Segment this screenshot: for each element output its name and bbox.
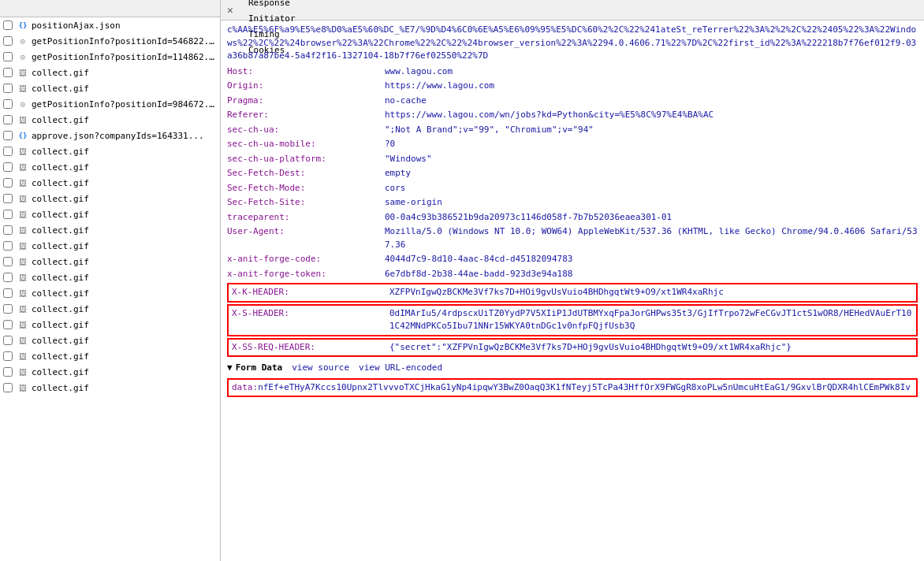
header-value: empty bbox=[385, 167, 918, 180]
list-item-checkbox[interactable] bbox=[3, 20, 13, 30]
list-item-label: collect.gif bbox=[32, 84, 89, 94]
file-type-icon: ⊙ bbox=[17, 98, 28, 110]
header-row: Referer:https://www.lagou.com/wn/jobs?kd… bbox=[227, 108, 918, 123]
list-item-label: getPositionInfo?positionId=984672... bbox=[32, 99, 217, 110]
list-item[interactable]: 🖼collect.gif bbox=[0, 206, 220, 222]
list-item[interactable]: 🖼collect.gif bbox=[0, 269, 220, 285]
list-item[interactable]: 🖼collect.gif bbox=[0, 191, 220, 206]
list-item[interactable]: 🖼collect.gif bbox=[0, 222, 220, 238]
list-item[interactable]: 🖼collect.gif bbox=[0, 175, 220, 191]
header-row: sec-ch-ua-platform:"Windows" bbox=[227, 152, 918, 167]
list-item-checkbox[interactable] bbox=[3, 36, 13, 46]
list-item[interactable]: 🖼collect.gif bbox=[0, 348, 220, 364]
file-type-icon: 🖼 bbox=[17, 366, 28, 377]
list-item[interactable]: 🖼collect.gif bbox=[0, 65, 220, 80]
view-source-link[interactable]: view source bbox=[292, 362, 349, 375]
list-item[interactable]: 🖼collect.gif bbox=[0, 333, 220, 348]
list-item-checkbox[interactable] bbox=[3, 241, 13, 251]
view-url-encoded-link[interactable]: view URL-encoded bbox=[359, 362, 442, 375]
header-value: 6e7dbf8d-2b38-44ae-badd-923d3e94a188 bbox=[385, 268, 918, 281]
list-item-label: collect.gif bbox=[32, 288, 89, 299]
network-request-list[interactable]: {}positionAjax.json⊙getPositionInfo?posi… bbox=[0, 17, 220, 561]
file-type-icon: 🖼 bbox=[17, 162, 28, 173]
file-type-icon: 🖼 bbox=[17, 288, 28, 299]
list-item-checkbox[interactable] bbox=[3, 162, 13, 172]
list-item[interactable]: 🖼collect.gif bbox=[0, 364, 220, 380]
list-item-checkbox[interactable] bbox=[3, 52, 13, 61]
list-item[interactable]: 🖼collect.gif bbox=[0, 238, 220, 254]
list-item-checkbox[interactable] bbox=[3, 115, 13, 124]
list-item-checkbox[interactable] bbox=[3, 336, 13, 345]
header-name: Sec-Fetch-Mode: bbox=[227, 182, 385, 195]
list-item[interactable]: 🖼collect.gif bbox=[0, 301, 220, 317]
list-item-checkbox[interactable] bbox=[3, 320, 13, 329]
header-row: User-Agent:Mozilla/5.0 (Windows NT 10.0;… bbox=[227, 225, 918, 252]
header-row: sec-ch-ua-mobile:?0 bbox=[227, 137, 918, 152]
list-item-checkbox[interactable] bbox=[3, 257, 13, 266]
list-item-checkbox[interactable] bbox=[3, 288, 13, 298]
highlighted-header-row: X-SS-REQ-HEADER:{"secret":"XZFPVnIgwQzBC… bbox=[227, 338, 918, 358]
tab-response[interactable]: Response bbox=[240, 0, 304, 10]
header-value: ?0 bbox=[385, 138, 918, 151]
header-row: Sec-Fetch-Dest:empty bbox=[227, 166, 918, 181]
list-item-checkbox[interactable] bbox=[3, 194, 13, 203]
file-type-icon: 🖼 bbox=[17, 272, 28, 283]
left-header bbox=[0, 0, 220, 17]
list-item[interactable]: {}approve.json?companyIds=164331... bbox=[0, 128, 220, 143]
list-item[interactable]: ⊙getPositionInfo?positionId=114862... bbox=[0, 49, 220, 65]
list-item-label: collect.gif bbox=[32, 225, 89, 236]
list-item-checkbox[interactable] bbox=[3, 273, 13, 282]
list-item-label: getPositionInfo?positionId=114862... bbox=[32, 52, 217, 62]
header-row: Sec-Fetch-Site:same-origin bbox=[227, 195, 918, 210]
header-name: Pragma: bbox=[227, 95, 385, 108]
file-type-icon: ⊙ bbox=[17, 51, 28, 62]
header-name: sec-ch-ua: bbox=[227, 124, 385, 137]
header-name: x-anit-forge-code: bbox=[227, 253, 385, 266]
file-type-icon: 🖼 bbox=[17, 382, 28, 393]
list-item[interactable]: 🖼collect.gif bbox=[0, 112, 220, 128]
headers-content[interactable]: c%AA%E5%6F%a9%E5%e8%D0%aE5%60%DC_%E7/%9D… bbox=[221, 20, 924, 561]
close-button[interactable]: ✕ bbox=[224, 4, 237, 17]
form-data-toggle[interactable]: ▼ bbox=[227, 362, 233, 375]
list-item-checkbox[interactable] bbox=[3, 131, 13, 140]
header-row: sec-ch-ua:";Not A Brand";v="99", "Chromi… bbox=[227, 123, 918, 138]
header-value: no-cache bbox=[385, 95, 918, 108]
header-name: Host: bbox=[227, 65, 385, 79]
list-item-checkbox[interactable] bbox=[3, 383, 13, 392]
list-item[interactable]: 🖼collect.gif bbox=[0, 159, 220, 175]
list-item-checkbox[interactable] bbox=[3, 178, 13, 188]
list-item-label: collect.gif bbox=[32, 367, 89, 377]
header-name: sec-ch-ua-mobile: bbox=[227, 138, 385, 151]
list-item[interactable]: ⊙getPositionInfo?positionId=546822... bbox=[0, 33, 220, 49]
list-item[interactable]: 🖼collect.gif bbox=[0, 317, 220, 333]
list-item-checkbox[interactable] bbox=[3, 84, 13, 93]
header-name: Sec-Fetch-Site: bbox=[227, 196, 385, 210]
list-item-checkbox[interactable] bbox=[3, 147, 13, 156]
list-item-checkbox[interactable] bbox=[3, 210, 13, 219]
header-value: "Windows" bbox=[385, 153, 918, 166]
list-item[interactable]: 🖼collect.gif bbox=[0, 254, 220, 269]
file-type-icon: 🖼 bbox=[17, 256, 28, 267]
list-item-checkbox[interactable] bbox=[3, 304, 13, 314]
list-item[interactable]: 🖼collect.gif bbox=[0, 143, 220, 159]
list-item[interactable]: ⊙getPositionInfo?positionId=984672... bbox=[0, 96, 220, 112]
list-item-label: collect.gif bbox=[32, 115, 89, 125]
list-item-checkbox[interactable] bbox=[3, 351, 13, 361]
list-item-checkbox[interactable] bbox=[3, 367, 13, 377]
list-item[interactable]: 🖼collect.gif bbox=[0, 80, 220, 96]
list-item-checkbox[interactable] bbox=[3, 99, 13, 109]
list-item[interactable]: {}positionAjax.json bbox=[0, 17, 220, 33]
list-item-checkbox[interactable] bbox=[3, 68, 13, 77]
list-item[interactable]: 🖼collect.gif bbox=[0, 285, 220, 301]
list-item-label: collect.gif bbox=[32, 336, 89, 346]
highlighted-header-value: 0dIMArIu5/4rdpscxUiTZ0YydP7V5XIiP1JdUTBM… bbox=[389, 307, 913, 333]
highlighted-header-name: X-SS-REQ-HEADER: bbox=[232, 341, 389, 355]
header-row: x-anit-forge-code:4044d7c9-8d10-4aac-84c… bbox=[227, 252, 918, 267]
left-panel: {}positionAjax.json⊙getPositionInfo?posi… bbox=[0, 0, 221, 561]
file-type-icon: 🖼 bbox=[17, 240, 28, 251]
file-type-icon: 🖼 bbox=[17, 351, 28, 362]
tabs-bar: ✕ HeadersPreviewResponseInitiatorTimingC… bbox=[221, 0, 924, 20]
list-item[interactable]: 🖼collect.gif bbox=[0, 380, 220, 396]
top-url: c%AA%E5%6F%a9%E5%e8%D0%aE5%60%DC_%E7/%9D… bbox=[227, 24, 918, 63]
list-item-checkbox[interactable] bbox=[3, 225, 13, 235]
